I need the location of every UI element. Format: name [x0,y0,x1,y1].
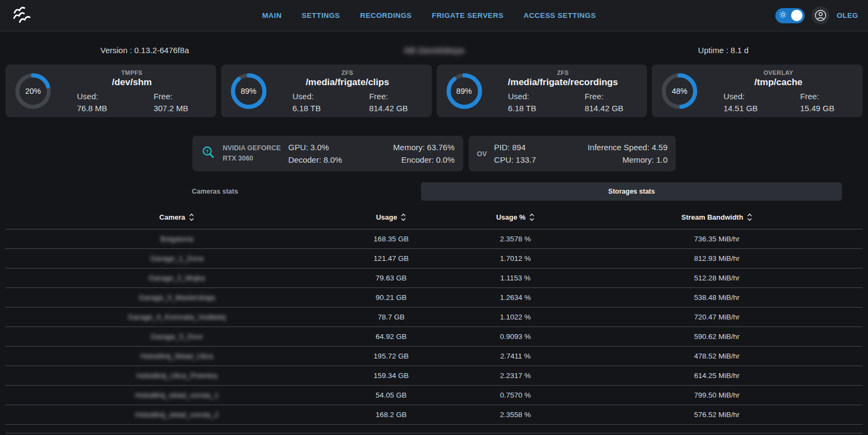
camera-usage: 168.2 GB [348,411,434,419]
nav-item-access-settings[interactable]: ACCESS SETTINGS [523,11,596,20]
used-value: 6.18 TB [293,104,347,113]
camera-usage-percent: 0.9093 % [434,332,597,341]
username[interactable]: OLEG [837,11,858,20]
camera-name: Garage_2_Mojka [5,274,348,282]
stats-tabs: Cameras stats Storages stats [9,182,842,201]
usage-donut-chart: 20% [15,73,51,109]
server-info-row: Version : 0.13.2-6476f8a AB Zavodskaya U… [0,43,868,57]
usage-percent-label: 89% [231,73,267,109]
storage-card: 48% OVERLAY /tmp/cache Used: 14.51 GB Fr… [652,65,863,117]
camera-usage-percent: 2.2317 % [434,372,597,380]
table-row[interactable]: Holodilnij_sklad_vorota_1 54.05 GB 0.757… [5,385,863,405]
sort-icon [189,213,195,222]
gpu-usage: GPU: 3.0% [288,143,342,152]
free-value: 15.49 GB [800,104,855,113]
free-label: Free: [369,92,424,101]
usage-percent-label: 89% [446,73,482,109]
mount-path: /media/frigate/clips [271,77,424,88]
version-label: Version : 0.13.2-6476f8a [0,46,289,55]
camera-name: Holodilnij_Ulica_Priemka [5,372,348,380]
gpu-name: NVIDIA GEFORCE RTX 3060 [223,143,281,164]
table-row[interactable]: Holodilnij_sklad_vorota_2 168.2 GB 2.355… [5,405,863,424]
detector-name: OV [477,150,487,158]
camera-usage: 168.35 GB [348,235,434,243]
top-navbar: MAINSETTINGSRECORDINGSFRIGATE SERVERSACC… [0,0,868,31]
frigate-birds-logo [10,4,34,28]
gpu-card: ? NVIDIA GEFORCE RTX 3060 GPU: 3.0% Deco… [192,136,463,171]
usage-donut-chart: 48% [662,73,697,109]
column-header-usage[interactable]: Usage [348,213,434,222]
used-label: Used: [723,92,778,101]
theme-toggle[interactable] [775,8,805,23]
mount-path: /media/frigate/recordings [487,77,640,88]
free-label: Free: [585,92,639,101]
camera-name: Bolgatoria [5,235,348,243]
user-avatar-icon[interactable] [812,7,830,24]
camera-name: Holodilnij_sklad_vorota_1 [5,391,348,399]
free-value: 307.2 MB [153,104,208,113]
detector-memory: Memory: 1.0 [587,155,668,164]
storage-card: 89% ZFS /media/frigate/clips Used: 6.18 … [221,65,432,117]
column-header-camera[interactable]: Camera [5,213,348,222]
camera-usage-percent: 1.1153 % [434,274,597,282]
table-row[interactable]: Garage_5_Dvor 64.92 GB 0.9093 % 590.62 M… [5,327,863,346]
nav-links: MAINSETTINGSRECORDINGSFRIGATE SERVERSACC… [262,0,596,31]
table-row[interactable]: Holodilnij_Ulica_Priemka 159.34 GB 2.231… [5,366,863,385]
table-row[interactable]: Garage_3_Masterskaja 90.21 GB 1.2634 % 5… [5,287,863,307]
used-label: Used: [77,92,132,101]
table-row[interactable]: Garage_1_Zona 121.47 GB 1.7012 % 812.93 … [5,248,863,268]
table-row[interactable]: Garage_2_Mojka 79.63 GB 1.1153 % 512.28 … [5,268,863,287]
tab-storages-stats[interactable]: Storages stats [421,182,842,201]
detector-pid: PID: 894 [494,143,536,152]
camera-name: Holodilnij_sklad_vorota_2 [5,411,348,419]
filesystem-type: ZFS [271,69,424,76]
usage-donut-chart: 89% [446,73,482,109]
camera-bandwidth: 736.35 MiB/hr [597,235,837,243]
camera-usage-percent: 2.3578 % [434,235,597,243]
server-title: AB Zavodskaya [289,46,579,55]
camera-bandwidth: 590.62 MiB/hr [597,332,837,341]
column-header-stream-bandwidth[interactable]: Stream Bandwidth [597,213,837,222]
camera-usage-percent: 2.7411 % [434,352,597,360]
gpu-encoder: Encoder: 0.0% [393,155,455,164]
magnifier-question-icon: ? [201,145,216,162]
table-row[interactable]: Garage_4_Komnata_Voditelej 78.7 GB 1.102… [5,307,863,327]
hardware-cards-row: ? NVIDIA GEFORCE RTX 3060 GPU: 3.0% Deco… [0,136,868,171]
gpu-memory: Memory: 63.76% [393,143,455,152]
table-row[interactable]: Bolgatoria 168.35 GB 2.3578 % 736.35 MiB… [5,229,863,248]
uptime-label: Uptime : 8.1 d [579,46,868,55]
camera-usage: 78.7 GB [348,313,434,321]
column-header-usage-percent[interactable]: Usage % [434,213,597,222]
sort-icon [400,213,406,222]
camera-usage-percent: 1.7012 % [434,254,597,263]
camera-usage-percent: 0.7570 % [434,391,597,399]
detector-inference-speed: Inference Speed: 4.59 [587,143,668,152]
nav-item-frigate-servers[interactable]: FRIGATE SERVERS [432,11,503,20]
used-value: 76.8 MB [77,104,132,113]
tab-cameras-stats[interactable]: Cameras stats [9,182,421,201]
camera-usage: 90.21 GB [348,293,434,302]
filesystem-type: ZFS [487,69,640,76]
camera-usage: 54.05 GB [348,391,434,399]
table-row-partial [5,424,863,433]
table-row[interactable]: Holodilnij_Sklad_Ulica 195.72 GB 2.7411 … [5,346,863,366]
nav-item-main[interactable]: MAIN [262,11,282,20]
sun-icon [779,11,787,21]
camera-bandwidth: 720.47 MiB/hr [597,313,837,321]
used-value: 14.51 GB [723,104,778,113]
cameras-stats-table: Camera Usage Usage % Stream Bandwidth Bo… [5,205,863,433]
table-body: Bolgatoria 168.35 GB 2.3578 % 736.35 MiB… [5,229,863,424]
nav-right: OLEG [775,7,858,24]
svg-text:?: ? [206,148,209,153]
camera-bandwidth: 478.52 MiB/hr [597,352,837,360]
nav-item-recordings[interactable]: RECORDINGS [360,11,412,20]
camera-name: Garage_5_Dvor [5,332,348,341]
camera-name: Garage_1_Zona [5,254,348,263]
camera-usage-percent: 2.3558 % [434,411,597,419]
camera-usage: 121.47 GB [348,254,434,263]
camera-bandwidth: 538.48 MiB/hr [597,293,837,302]
camera-usage: 79.63 GB [348,274,434,282]
camera-bandwidth: 614.25 MiB/hr [597,372,837,380]
filesystem-type: OVERLAY [702,69,855,76]
nav-item-settings[interactable]: SETTINGS [302,11,340,20]
